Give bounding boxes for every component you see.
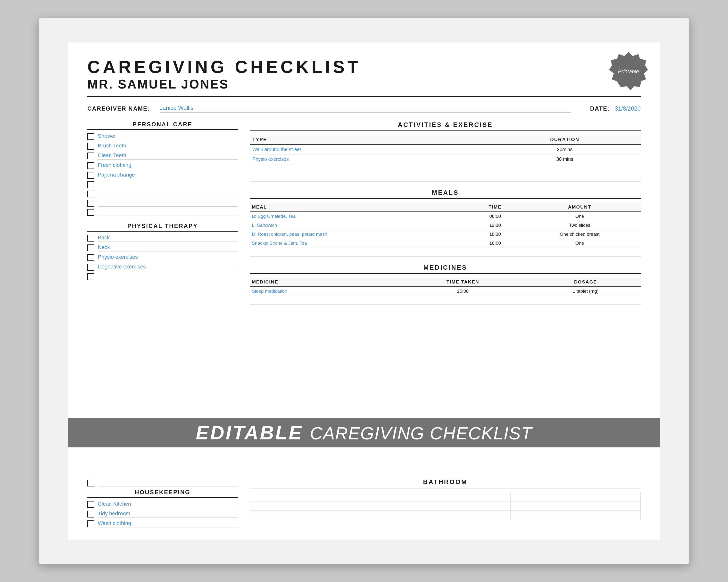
bathroom-cell-3-3 [510,511,641,520]
medicine-dosage: 1 tablet (mg) [530,287,641,296]
checkbox-fresh-clothing[interactable] [87,162,94,169]
meals-amount-header: AMOUNT [519,203,641,212]
checkbox-pajama-change[interactable] [87,172,94,179]
label-physio: Physio exercises [98,254,238,261]
extra-checkbox-top [87,480,238,487]
bathroom-cell-2-2 [380,501,510,511]
bathroom-cell-2-3 [510,501,641,511]
label-brush-teeth: Brush Teeth [98,143,238,150]
activity-duration: 30 mins [489,155,641,164]
meal-time: 18:30 [471,230,519,239]
label-neck: Neck [98,244,238,251]
label-clean-teeth: Clean Teeth [98,152,238,160]
bathroom-cell-1-1 [250,492,380,501]
pt-item-physio: Physio exercises [87,254,238,261]
housekeeping-title: HOUSEKEEPING [87,489,238,498]
activities-type-header: TYPE [250,135,489,144]
bottom-right: BATHROOM [250,478,641,530]
date-value: 31/8/2020 [615,105,641,112]
meal-amount: One [519,212,641,221]
date-section: DATE: 31/8/2020 [590,105,641,112]
meal-time: 12:30 [471,221,519,230]
sub-title: MR. SAMUEL JONES [87,77,641,91]
medicine-row: Sleep medication20:001 tablet (mg) [250,287,641,296]
med-empty-dosage [530,296,641,305]
checkbox-empty-2[interactable] [87,191,94,197]
meal-name: D: Roast chicken, peas, potato mash [250,230,471,239]
checkbox-empty-3[interactable] [87,200,94,206]
checkbox-neck[interactable] [87,244,94,251]
meals-row: B: Egg Omelette, Tea08:00One [250,212,641,221]
empty-line-1 [98,182,238,188]
medicine-time: 20:00 [395,287,531,296]
physical-therapy-title: PHYSICAL THERAPY [87,223,238,231]
banner-bold: EDITABLE [196,422,310,444]
document-header: CAREGIVING CHECKLIST MR. SAMUEL JONES [87,57,641,97]
activities-table: TYPE DURATION Walk around the street20mi… [250,135,641,182]
personal-care-item-brush-teeth: Brush Teeth [87,143,238,150]
checkbox-physio[interactable] [87,254,94,261]
meals-title: MEALS [250,189,641,199]
checkbox-shower[interactable] [87,133,94,140]
bathroom-title: BATHROOM [250,478,641,489]
meal-name: L: Sandwich [250,221,471,230]
bathroom-row-3 [250,511,641,520]
meal-name: Snacks: Scone & Jam, Tea [250,239,471,248]
meal-empty [250,248,471,256]
med-empty-name [250,305,395,313]
med-empty-time [395,296,531,305]
main-content: PERSONAL CARE Shower Brush Teeth Clean T… [87,121,641,536]
personal-care-item-pajama-change: Pajama change [87,172,238,179]
meals-table: MEAL TIME AMOUNT B: Egg Omelette, Tea08:… [250,203,641,256]
activities-section: ACTIVITIES & EXERCISE TYPE DURATION Walk… [250,121,641,182]
meal-amount-empty [519,248,641,256]
date-label: DATE: [590,105,610,112]
banner-script: Caregiving Checklist [310,424,532,443]
checkbox-empty-1[interactable] [87,182,94,188]
hk-item-wash-clothing: Wash clothing [87,520,238,527]
meals-meal-header: MEAL [250,203,471,212]
bathroom-row-2 [250,501,641,511]
checkbox-back[interactable] [87,235,94,242]
meals-row: Snacks: Scone & Jam, Tea16:00One [250,239,641,248]
meal-amount: One chicken breast [519,230,641,239]
extra-line-top [98,480,238,487]
checkbox-empty-4[interactable] [87,209,94,216]
bathroom-cell-3-2 [380,511,510,520]
meal-amount: Two slices [519,221,641,230]
label-shower: Shower [98,133,238,140]
activity-empty-type [250,173,489,182]
bathroom-table [250,492,641,520]
activity-empty-duration [489,164,641,173]
checkbox-brush-teeth[interactable] [87,143,94,149]
caregiver-value: Janice Wallis [160,105,571,113]
hk-item-tidy-bedroom: Tidy bedroom [87,510,238,518]
checkbox-clean-kitchen[interactable] [87,501,94,508]
checkbox-pt-empty-1[interactable] [87,273,94,280]
checkbox-wash-clothing[interactable] [87,520,94,527]
activities-row: Physio exercises30 mins [250,155,641,164]
empty-line-3 [98,200,238,206]
meals-section: MEALS MEAL TIME AMOUNT B: Egg Omelette, … [250,189,641,256]
label-fresh-clothing: Fresh clothing [98,162,238,169]
med-empty-time [395,305,531,313]
activities-row: Walk around the street20mins [250,144,641,155]
med-time-header: TIME TAKEN [395,278,531,287]
activities-title: ACTIVITIES & EXERCISE [250,121,641,131]
meal-time: 16:00 [471,239,519,248]
activity-empty-type [250,164,489,173]
meals-row: L: Sandwich12:30Two slices [250,221,641,230]
checkbox-cognative[interactable] [87,264,94,271]
label-pajama-change: Pajama change [98,172,238,179]
checkbox-extra-top[interactable] [87,480,94,487]
checkbox-tidy-bedroom[interactable] [87,511,94,518]
editable-banner: EDITABLE Caregiving Checklist [68,418,660,447]
pt-item-cognative: Cognative exercises [87,264,238,271]
checkbox-clean-teeth[interactable] [87,153,94,159]
main-title: CAREGIVING CHECKLIST [87,57,641,77]
pt-empty-1 [87,273,238,280]
right-column: ACTIVITIES & EXERCISE TYPE DURATION Walk… [250,121,641,536]
bathroom-cell-1-2 [380,492,510,501]
bathroom-cell-1-3 [510,492,641,501]
activity-type: Physio exercises [250,155,489,164]
